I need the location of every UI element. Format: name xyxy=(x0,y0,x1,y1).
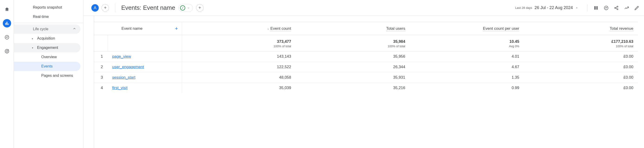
total-subtext: 100% of total xyxy=(300,44,405,48)
svg-rect-8 xyxy=(597,6,598,10)
row-per-user: 4.67 xyxy=(410,62,524,72)
total-subtext: 100% of total xyxy=(528,44,633,48)
page-title-wrap: Events: Event name ✓ + xyxy=(121,4,204,12)
total-users: 35,984 100% of total xyxy=(296,35,410,51)
header-label: Total users xyxy=(386,26,405,31)
home-icon[interactable] xyxy=(3,5,11,14)
profile-badge[interactable]: A xyxy=(91,4,99,12)
nav-real-time[interactable]: Real-time xyxy=(14,12,80,21)
customize-icon[interactable] xyxy=(594,5,598,11)
row-revenue: £0.00 xyxy=(524,72,638,83)
row-revenue: £0.00 xyxy=(524,62,638,72)
table-header-row: Event name + ↓Event count Total users Ev… xyxy=(94,22,638,35)
row-event-name: page_view xyxy=(108,51,182,62)
svg-rect-2 xyxy=(8,24,8,25)
header-total-users[interactable]: Total users xyxy=(296,22,410,35)
row-total-users: 35,956 xyxy=(296,51,410,62)
row-event-count: 122,522 xyxy=(182,62,296,72)
total-subtext: Avg 0% xyxy=(414,44,519,48)
table-row: 1 page_view 143,143 35,956 4.01 £0.00 xyxy=(94,51,638,62)
nav-overview[interactable]: Overview xyxy=(14,52,80,62)
header-event-name[interactable]: Event name + xyxy=(108,22,182,35)
nav-pages-screens[interactable]: Pages and screens xyxy=(14,71,80,80)
add-dimension-icon[interactable]: + xyxy=(175,26,178,32)
insights-icon[interactable] xyxy=(604,5,609,11)
total-per-user: 10.45 Avg 0% xyxy=(410,35,524,51)
event-link[interactable]: first_visit xyxy=(112,86,128,90)
reports-icon[interactable] xyxy=(3,19,11,27)
row-event-count: 48,058 xyxy=(182,72,296,83)
row-total-users: 35,931 xyxy=(296,72,410,83)
nav-reports-snapshot[interactable]: Reports snapshot xyxy=(14,3,80,12)
main-area: A + Events: Event name ✓ + Last 28 days … xyxy=(84,0,644,148)
add-button[interactable]: + xyxy=(196,4,204,12)
event-link[interactable]: session_start xyxy=(112,75,136,80)
header-event-count[interactable]: ↓Event count xyxy=(182,22,296,35)
events-table: Event name + ↓Event count Total users Ev… xyxy=(94,22,638,93)
edit-icon[interactable] xyxy=(634,5,639,11)
date-range-picker[interactable]: Last 28 days 26 Jul - 22 Aug 2024 xyxy=(515,5,578,10)
nav-label: Real-time xyxy=(33,15,49,19)
total-value: £177,210.63 xyxy=(611,39,633,44)
row-index: 1 xyxy=(94,51,108,62)
event-link[interactable]: user_engagement xyxy=(112,65,144,69)
row-index: 2 xyxy=(94,62,108,72)
date-range-label: Last 28 days xyxy=(515,6,532,10)
row-revenue: £0.00 xyxy=(524,51,638,62)
trend-icon[interactable] xyxy=(624,5,629,11)
header-per-user[interactable]: Event count per user xyxy=(410,22,524,35)
nav-label: Overview xyxy=(41,55,57,59)
header-index xyxy=(94,22,108,35)
row-event-count: 143,143 xyxy=(182,51,296,62)
row-total-users: 26,344 xyxy=(296,62,410,72)
row-index: 3 xyxy=(94,72,108,83)
svg-rect-6 xyxy=(594,6,596,10)
total-value: 35,984 xyxy=(393,39,405,44)
page-title: Events: Event name xyxy=(121,4,175,11)
svg-rect-7 xyxy=(596,6,596,10)
nav-acquisition[interactable]: ▸ Acquisition xyxy=(14,34,80,43)
header-label: Total revenue xyxy=(610,26,633,31)
table-row: 4 first_visit 35,039 35,216 0.99 £0.00 xyxy=(94,83,638,93)
row-index: 4 xyxy=(94,83,108,93)
svg-rect-0 xyxy=(5,23,6,25)
sidebar-nav: Reports snapshot Real-time Life cycle ▸ … xyxy=(14,0,84,148)
nav-label: Acquisition xyxy=(37,36,55,40)
row-revenue: £0.00 xyxy=(524,83,638,93)
nav-events[interactable]: Events xyxy=(14,62,80,71)
total-revenue: £177,210.63 100% of total xyxy=(524,35,638,51)
add-comparison-button[interactable]: + xyxy=(102,4,109,12)
header-label: Event count per user xyxy=(483,26,519,31)
nav-label: Events xyxy=(41,64,52,68)
svg-line-13 xyxy=(616,7,617,8)
nav-section-life-cycle[interactable]: Life cycle xyxy=(14,24,80,34)
header-label: Event name xyxy=(122,26,142,31)
total-value: 373,477 xyxy=(277,39,291,44)
svg-rect-1 xyxy=(6,22,7,25)
toolbar-actions xyxy=(586,5,639,11)
toolbar-divider xyxy=(587,5,588,11)
share-icon[interactable] xyxy=(614,5,619,11)
toolbar-divider xyxy=(115,4,115,12)
header-revenue[interactable]: Total revenue xyxy=(524,22,638,35)
table-totals-row: 373,477 100% of total 35,984 100% of tot… xyxy=(94,35,638,51)
total-value: 10.45 xyxy=(509,39,519,44)
profile-badge-letter: A xyxy=(94,6,96,10)
nav-section-label: Life cycle xyxy=(33,27,48,31)
row-per-user: 0.99 xyxy=(410,83,524,93)
explore-icon[interactable] xyxy=(3,33,11,41)
sort-desc-icon: ↓ xyxy=(267,27,269,31)
nav-engagement[interactable]: ▾ Engagement xyxy=(14,43,80,52)
icon-rail xyxy=(0,0,14,148)
report-content: Event name + ↓Event count Total users Ev… xyxy=(84,16,644,148)
row-event-count: 35,039 xyxy=(182,83,296,93)
advertising-icon[interactable] xyxy=(3,47,11,55)
row-event-name: user_engagement xyxy=(108,62,182,72)
svg-point-5 xyxy=(6,50,8,52)
nav-divider xyxy=(14,23,83,23)
chevron-down-icon xyxy=(187,7,190,9)
nav-label: Pages and screens xyxy=(41,73,73,78)
status-pill[interactable]: ✓ xyxy=(178,4,193,12)
event-link[interactable]: page_view xyxy=(112,54,131,59)
total-subtext: 100% of total xyxy=(186,44,292,48)
